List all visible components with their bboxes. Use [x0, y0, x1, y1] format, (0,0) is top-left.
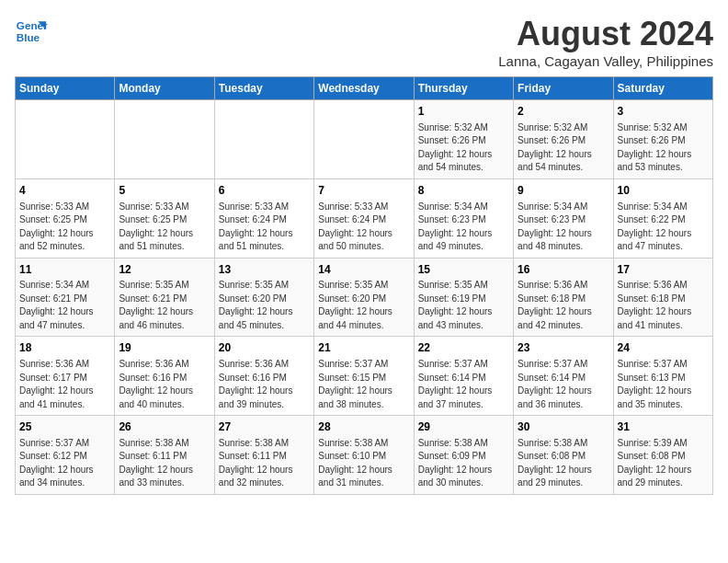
page-header: General Blue August 2024 Lanna, Cagayan …: [15, 15, 713, 69]
day-number: 25: [19, 419, 110, 435]
day-number: 21: [318, 340, 409, 356]
day-number: 23: [518, 340, 609, 356]
day-info: Sunrise: 5:32 AM Sunset: 6:26 PM Dayligh…: [618, 121, 709, 175]
day-number: 26: [119, 419, 210, 435]
calendar-body: 1Sunrise: 5:32 AM Sunset: 6:26 PM Daylig…: [16, 100, 713, 495]
day-number: 28: [318, 419, 409, 435]
day-number: 5: [119, 183, 210, 199]
day-info: Sunrise: 5:35 AM Sunset: 6:21 PM Dayligh…: [119, 279, 210, 332]
calendar-cell: 6Sunrise: 5:33 AM Sunset: 6:24 PM Daylig…: [214, 178, 313, 258]
calendar-cell: 9Sunrise: 5:34 AM Sunset: 6:23 PM Daylig…: [514, 178, 613, 258]
day-number: 30: [518, 419, 609, 435]
day-number: 3: [618, 104, 709, 120]
calendar-week-row: 18Sunrise: 5:36 AM Sunset: 6:17 PM Dayli…: [16, 337, 713, 416]
calendar-table: Sunday Monday Tuesday Wednesday Thursday…: [15, 76, 713, 495]
calendar-cell: 12Sunrise: 5:35 AM Sunset: 6:21 PM Dayli…: [115, 258, 214, 337]
day-number: 7: [318, 183, 409, 199]
day-number: 22: [418, 340, 509, 356]
day-number: 29: [418, 419, 509, 435]
day-number: 16: [518, 262, 609, 278]
header-sunday: Sunday: [16, 77, 115, 100]
calendar-week-row: 1Sunrise: 5:32 AM Sunset: 6:26 PM Daylig…: [16, 100, 713, 179]
calendar-cell: 26Sunrise: 5:38 AM Sunset: 6:11 PM Dayli…: [115, 416, 214, 495]
calendar-cell: [314, 100, 414, 179]
day-info: Sunrise: 5:34 AM Sunset: 6:21 PM Dayligh…: [19, 279, 110, 332]
day-info: Sunrise: 5:36 AM Sunset: 6:18 PM Dayligh…: [618, 279, 709, 332]
day-info: Sunrise: 5:33 AM Sunset: 6:25 PM Dayligh…: [19, 201, 110, 254]
day-number: 12: [119, 262, 210, 278]
day-info: Sunrise: 5:38 AM Sunset: 6:11 PM Dayligh…: [119, 437, 210, 490]
day-number: 19: [119, 340, 210, 356]
calendar-week-row: 25Sunrise: 5:37 AM Sunset: 6:12 PM Dayli…: [16, 416, 713, 495]
day-info: Sunrise: 5:34 AM Sunset: 6:23 PM Dayligh…: [518, 201, 609, 254]
calendar-cell: 21Sunrise: 5:37 AM Sunset: 6:15 PM Dayli…: [314, 337, 414, 416]
day-info: Sunrise: 5:33 AM Sunset: 6:25 PM Dayligh…: [119, 201, 210, 254]
day-number: 8: [418, 183, 509, 199]
calendar-cell: 20Sunrise: 5:36 AM Sunset: 6:16 PM Dayli…: [214, 337, 313, 416]
calendar-cell: 31Sunrise: 5:39 AM Sunset: 6:08 PM Dayli…: [613, 416, 712, 495]
calendar-cell: 24Sunrise: 5:37 AM Sunset: 6:13 PM Dayli…: [613, 337, 712, 416]
day-number: 24: [618, 340, 709, 356]
calendar-week-row: 11Sunrise: 5:34 AM Sunset: 6:21 PM Dayli…: [16, 258, 713, 337]
calendar-cell: 27Sunrise: 5:38 AM Sunset: 6:11 PM Dayli…: [214, 416, 313, 495]
day-info: Sunrise: 5:35 AM Sunset: 6:19 PM Dayligh…: [418, 279, 509, 332]
day-number: 14: [318, 262, 409, 278]
weekday-header-row: Sunday Monday Tuesday Wednesday Thursday…: [16, 77, 713, 100]
day-info: Sunrise: 5:36 AM Sunset: 6:16 PM Dayligh…: [119, 358, 210, 411]
calendar-cell: 7Sunrise: 5:33 AM Sunset: 6:24 PM Daylig…: [314, 178, 414, 258]
day-info: Sunrise: 5:37 AM Sunset: 6:14 PM Dayligh…: [518, 358, 609, 411]
day-info: Sunrise: 5:38 AM Sunset: 6:09 PM Dayligh…: [418, 437, 509, 490]
day-number: 11: [19, 262, 110, 278]
calendar-cell: 17Sunrise: 5:36 AM Sunset: 6:18 PM Dayli…: [613, 258, 712, 337]
calendar-cell: 2Sunrise: 5:32 AM Sunset: 6:26 PM Daylig…: [514, 100, 613, 179]
day-info: Sunrise: 5:37 AM Sunset: 6:14 PM Dayligh…: [418, 358, 509, 411]
calendar-cell: 22Sunrise: 5:37 AM Sunset: 6:14 PM Dayli…: [414, 337, 513, 416]
day-info: Sunrise: 5:34 AM Sunset: 6:22 PM Dayligh…: [618, 201, 709, 254]
calendar-cell: 18Sunrise: 5:36 AM Sunset: 6:17 PM Dayli…: [16, 337, 115, 416]
header-saturday: Saturday: [613, 77, 712, 100]
calendar-cell: 19Sunrise: 5:36 AM Sunset: 6:16 PM Dayli…: [115, 337, 214, 416]
calendar-cell: 23Sunrise: 5:37 AM Sunset: 6:14 PM Dayli…: [514, 337, 613, 416]
calendar-cell: 10Sunrise: 5:34 AM Sunset: 6:22 PM Dayli…: [613, 178, 712, 258]
day-info: Sunrise: 5:36 AM Sunset: 6:18 PM Dayligh…: [518, 279, 609, 332]
day-info: Sunrise: 5:38 AM Sunset: 6:08 PM Dayligh…: [518, 437, 609, 490]
header-friday: Friday: [514, 77, 613, 100]
calendar-subtitle: Lanna, Cagayan Valley, Philippines: [498, 53, 713, 69]
calendar-cell: 30Sunrise: 5:38 AM Sunset: 6:08 PM Dayli…: [514, 416, 613, 495]
day-number: 15: [418, 262, 509, 278]
calendar-cell: [115, 100, 214, 179]
day-info: Sunrise: 5:33 AM Sunset: 6:24 PM Dayligh…: [318, 201, 409, 254]
day-info: Sunrise: 5:35 AM Sunset: 6:20 PM Dayligh…: [219, 279, 310, 332]
logo: General Blue: [15, 15, 48, 48]
day-info: Sunrise: 5:36 AM Sunset: 6:16 PM Dayligh…: [219, 358, 310, 411]
svg-text:Blue: Blue: [17, 31, 40, 43]
day-info: Sunrise: 5:32 AM Sunset: 6:26 PM Dayligh…: [518, 121, 609, 175]
day-info: Sunrise: 5:37 AM Sunset: 6:15 PM Dayligh…: [318, 358, 409, 411]
calendar-cell: 3Sunrise: 5:32 AM Sunset: 6:26 PM Daylig…: [613, 100, 712, 179]
day-number: 31: [618, 419, 709, 435]
header-wednesday: Wednesday: [314, 77, 414, 100]
day-number: 4: [19, 183, 110, 199]
day-info: Sunrise: 5:38 AM Sunset: 6:11 PM Dayligh…: [219, 437, 310, 490]
calendar-title: August 2024: [498, 15, 713, 53]
day-number: 1: [418, 104, 509, 120]
day-info: Sunrise: 5:35 AM Sunset: 6:20 PM Dayligh…: [318, 279, 409, 332]
day-info: Sunrise: 5:33 AM Sunset: 6:24 PM Dayligh…: [219, 201, 310, 254]
day-info: Sunrise: 5:38 AM Sunset: 6:10 PM Dayligh…: [318, 437, 409, 490]
calendar-cell: 28Sunrise: 5:38 AM Sunset: 6:10 PM Dayli…: [314, 416, 414, 495]
day-number: 9: [518, 183, 609, 199]
title-section: August 2024 Lanna, Cagayan Valley, Phili…: [498, 15, 713, 69]
day-number: 18: [19, 340, 110, 356]
day-info: Sunrise: 5:34 AM Sunset: 6:23 PM Dayligh…: [418, 201, 509, 254]
logo-icon: General Blue: [15, 15, 48, 48]
day-number: 27: [219, 419, 310, 435]
day-info: Sunrise: 5:32 AM Sunset: 6:26 PM Dayligh…: [418, 121, 509, 175]
calendar-cell: 29Sunrise: 5:38 AM Sunset: 6:09 PM Dayli…: [414, 416, 513, 495]
day-info: Sunrise: 5:36 AM Sunset: 6:17 PM Dayligh…: [19, 358, 110, 411]
header-thursday: Thursday: [414, 77, 513, 100]
header-monday: Monday: [115, 77, 214, 100]
day-number: 13: [219, 262, 310, 278]
calendar-cell: 25Sunrise: 5:37 AM Sunset: 6:12 PM Dayli…: [16, 416, 115, 495]
calendar-cell: 11Sunrise: 5:34 AM Sunset: 6:21 PM Dayli…: [16, 258, 115, 337]
calendar-cell: [16, 100, 115, 179]
